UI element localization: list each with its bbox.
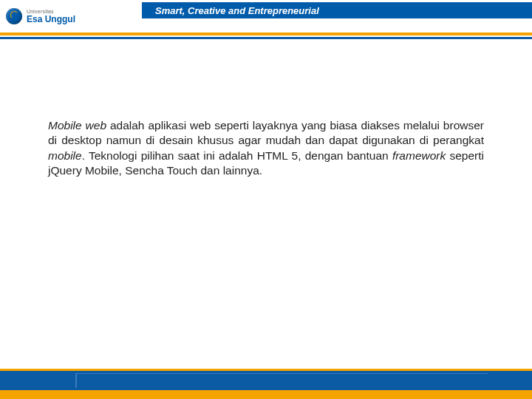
university-small: Universitas — [27, 9, 75, 14]
footer-inner-box — [75, 373, 488, 388]
logo-text: Universitas Esa Unggul — [27, 9, 75, 24]
header: Universitas Esa Unggul Smart, Creative a… — [0, 0, 532, 33]
logo-badge-icon — [6, 8, 22, 24]
body-paragraph: Mobile web adalah aplikasi web seperti l… — [48, 118, 484, 179]
footer-gold-bottom — [0, 390, 532, 399]
footer-blue-bar — [0, 371, 532, 390]
logo: Universitas Esa Unggul — [6, 8, 75, 24]
thin-blue-divider — [0, 37, 532, 39]
tagline: Smart, Creative and Entrepreneurial — [155, 5, 319, 16]
tagline-bar: Smart, Creative and Entrepreneurial — [142, 2, 532, 18]
footer — [0, 369, 532, 399]
university-name: Esa Unggul — [27, 14, 75, 24]
slide: Universitas Esa Unggul Smart, Creative a… — [0, 0, 532, 399]
gold-divider — [0, 33, 532, 35]
